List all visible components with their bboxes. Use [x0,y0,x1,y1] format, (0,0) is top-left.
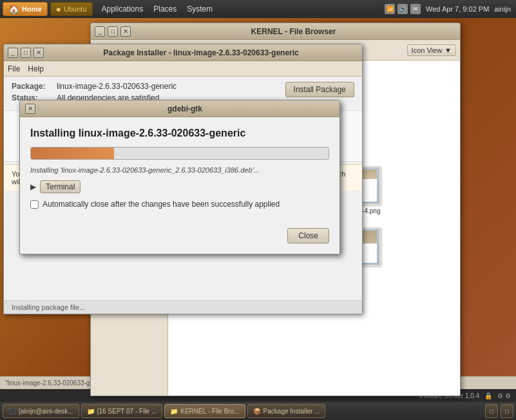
installing-status: Installing package file... [4,300,362,314]
progress-bar-container [30,147,329,160]
home-button[interactable]: 🏠 Home [3,2,48,16]
pkg-maximize-button[interactable]: □ [21,48,31,58]
auto-close-row: Automatically close after the changes ha… [30,200,329,209]
taskbar-top: 🏠 Home ● Ubuntu Applications Places Syst… [0,0,516,18]
progress-bar-fill [31,148,114,159]
taskbar-bottom: ⬛ [ainijn@aini-desk... 📁 [16 SEPT 07 - F… [0,402,516,420]
gdebi-main-title: Installing linux-image-2.6.33-020633-gen… [30,128,329,139]
pkg-menu-help[interactable]: Help [28,64,44,73]
auto-close-label: Automatically close after the changes ha… [43,200,280,209]
chevron-down-icon: ▼ [444,46,452,54]
terminal-taskbar-icon: ⬛ [8,408,16,415]
datetime: Wed Apr 7, 9:02 PM [426,5,489,13]
volume-icon: 🔊 [397,4,408,14]
menu-places[interactable]: Places [149,3,180,15]
workspace-switcher-1[interactable]: □ [485,404,498,418]
taskbar-top-right: 📶 🔊 ✉ Wed Apr 7, 9:02 PM ainijn [385,4,516,14]
pkg-close-button[interactable]: ✕ [33,48,44,58]
gdebi-close-dialog-button[interactable]: Close [287,228,329,243]
maximize-button[interactable]: □ [108,26,118,37]
minimize-button[interactable]: _ [95,26,105,37]
file-browser-title: KERNEL - File Browser [131,27,456,36]
gdebi-titlebar: ✕ gdebi-gtk [20,100,339,117]
taskbar-right-controls: □ □ [485,404,513,418]
folder-taskbar-icon: 📁 [87,408,95,415]
package-taskbar-icon: 📦 [253,408,261,415]
gdebi-title: gdebi-gtk [35,104,334,113]
terminal-section: ▶ Terminal [30,180,329,193]
taskbar-item-terminal[interactable]: ⬛ [ainijn@aini-desk... [3,404,79,418]
taskbar-item-package-installer[interactable]: 📦 Package Installer ... [247,404,326,418]
vmware-tray-icons: ⚙ ⚙ [497,392,511,399]
pkg-minimize-button[interactable]: _ [8,48,18,58]
email-icon: ✉ [410,4,421,14]
system-tray: 📶 🔊 ✉ [385,4,421,14]
folder2-taskbar-icon: 📁 [170,408,178,415]
package-installer-titlebar: _ □ ✕ Package Installer - linux-image-2.… [4,44,362,61]
wifi-icon: 📶 [385,4,395,14]
taskbar-item-kernel-browser[interactable]: 📁 KERNEL - File Bro... [164,404,245,418]
terminal-button[interactable]: Terminal [40,180,81,193]
terminal-expand-icon[interactable]: ▶ [30,182,36,191]
auto-close-checkbox[interactable] [30,200,39,209]
install-package-button[interactable]: Install Package [285,82,354,97]
view-mode-selector[interactable]: Icon View ▼ [407,44,456,56]
ubuntu-button[interactable]: ● Ubuntu [50,2,93,16]
lock-icon: 🔒 [484,392,492,399]
menu-system[interactable]: System [183,3,216,15]
file-browser-controls: _ □ ✕ [95,26,131,37]
gdebi-footer: Close [20,228,339,254]
gdebi-dialog: ✕ gdebi-gtk Installing linux-image-2.6.3… [19,100,340,254]
gdebi-content: Installing linux-image-2.6.33-020633-gen… [20,117,339,228]
close-button[interactable]: ✕ [120,26,131,37]
workspace-switcher-2[interactable]: □ [501,404,513,418]
package-name-row: Package: linux-image-2.6.33-020633-gener… [12,82,177,91]
gdebi-controls: ✕ [25,104,35,114]
gdebi-close-button[interactable]: ✕ [25,104,35,114]
package-label: Package: [12,82,57,91]
package-name-value: linux-image-2.6.33-020633-generic [57,82,177,91]
taskbar-item-file-manager[interactable]: 📁 [16 SEPT 07 - File ... [81,404,163,418]
pkg-menu-file[interactable]: File [8,64,20,73]
username: ainijn [494,5,511,13]
desktop: 🏠 Home ● Ubuntu Applications Places Syst… [0,0,516,420]
pkg-window-controls: _ □ ✕ [8,48,44,58]
file-browser-titlebar: _ □ ✕ KERNEL - File Browser [91,23,460,40]
top-menu: Applications Places System [98,3,217,15]
gdebi-status-text: Installing 'linux-image-2.6.33-020633-ge… [30,166,329,174]
package-installer-menubar: File Help [4,61,362,77]
package-installer-title: Package Installer - linux-image-2.6.33-0… [44,48,358,57]
menu-applications[interactable]: Applications [98,3,148,15]
